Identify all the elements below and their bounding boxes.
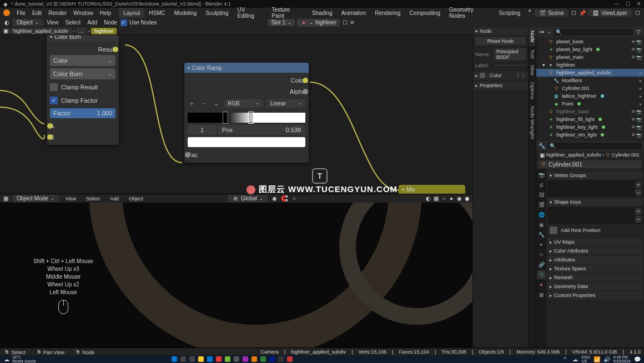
ramp-remove-stop[interactable]: － [200,99,208,107]
factor-slider[interactable]: Factor1.000 [50,108,115,118]
ptab-object[interactable]: ▣ [537,220,546,229]
sidetab-tool[interactable]: Tool [529,46,536,62]
sidetab-view[interactable]: View [529,62,536,79]
weather-icon[interactable]: ☁ [3,356,10,362]
ramp-stop-0[interactable] [223,112,228,124]
outliner-search[interactable]: 🔍 [554,29,633,36]
menu-help[interactable]: Help [97,10,115,16]
menu-file[interactable]: File [13,10,29,16]
node-name-input[interactable]: Principled BSDF [494,48,526,60]
shading-rendered-icon[interactable]: ◉ [464,195,470,202]
breadcrumb-material[interactable]: highliner [91,28,117,34]
shader-type-selector[interactable]: Object⌄ [12,19,43,26]
app-icon-6[interactable] [269,356,275,362]
outliner-row[interactable]: ☀highliner_key_light👁📷 [536,123,644,131]
language-indicator[interactable]: ENG US [582,355,590,363]
outliner-row[interactable]: ☀planet_key_light👁📷 [536,46,644,53]
panel-color-attrs[interactable]: ▸Color Attributes [547,247,643,255]
nodemenu-view[interactable]: View [43,19,62,26]
ptab-material[interactable]: ● [537,280,546,289]
magnet-icon[interactable]: 🧲 [281,195,288,202]
tab-modeling[interactable]: Modeling [170,8,202,18]
color-panel-label[interactable]: Color [490,73,502,78]
filter-icon[interactable]: ▽ [635,29,642,36]
pin-icon[interactable]: 📌 [579,9,586,16]
ptab-viewlayer[interactable]: 🖼 [537,190,546,199]
app-icon-2[interactable] [225,356,230,362]
ptab-modifiers[interactable]: 🔧 [537,230,546,239]
ptab-physics[interactable]: ⚛ [537,250,546,259]
outliner-row[interactable]: ▽planet_main👁📷 [536,53,644,61]
outliner-row[interactable]: ▽Cylinder.001▸ [536,84,644,92]
edge-icon[interactable] [207,356,213,362]
prop-crumb-2[interactable]: Cylinder.001 [612,152,640,158]
app-icon-3[interactable] [234,356,239,362]
blender-taskbar-icon[interactable] [251,356,257,362]
node-color-burn[interactable]: ▾Color Burn Result Color⌄ Color Burn⌄ Cl… [47,35,119,145]
remove-shape-key[interactable]: − [635,216,642,223]
minimize-button[interactable]: — [614,1,620,7]
color-ramp-gradient[interactable] [188,113,305,123]
panel-attributes[interactable]: ▸Attributes [547,256,643,264]
ramp-color-swatch[interactable] [188,137,305,147]
ramp-stop-1[interactable] [248,112,254,124]
sidetab-options[interactable]: Options [529,79,536,103]
ramp-index-field[interactable]: 1 [188,125,217,135]
tab-render[interactable]: Rendering [370,8,405,18]
shading-wire-icon[interactable]: ○ [440,195,447,202]
snap-icon[interactable]: ◉ [271,195,278,202]
scene-selector[interactable]: 🎬Scene [535,9,568,17]
viewlayer-selector[interactable]: 🖼ViewLayer [588,9,632,17]
outliner-row[interactable]: ☀highliner_rim_light👁📷 [536,131,644,139]
properties-search[interactable]: 🔍 [547,143,642,149]
add-shape-key[interactable]: + [635,208,642,215]
vpmenu-select[interactable]: Select [83,196,103,201]
panel-custom-props[interactable]: ▸Custom Properties [547,291,643,299]
tray-chevron-icon[interactable]: ^ [562,356,568,362]
taskview-button[interactable] [189,356,195,362]
outliner-tree[interactable]: ▽planet_base👁📷☀planet_key_light👁📷▽planet… [536,37,644,141]
windows-taskbar[interactable]: ☁ 18°CMostly cloudy ^ ☁ ENG US 📶 🔊 9:48 … [0,355,644,363]
breadcrumb-object[interactable]: highliner_applied_subdiv [10,28,72,34]
maximize-button[interactable]: ☐ [625,1,631,7]
nodemenu-node[interactable]: Node [100,19,120,26]
outliner-row[interactable]: ☀highliner_fill_light👁📷 [536,115,644,123]
nodemenu-select[interactable]: Select [62,19,84,26]
shading-solid-icon[interactable]: ● [448,195,455,202]
tab-layout[interactable]: Layout [119,8,144,18]
mix-mode-dropdown[interactable]: Color⌄ [50,55,115,66]
xray-icon[interactable]: ▦ [432,195,439,202]
ramp-tools-menu[interactable]: ⌄ [212,99,220,107]
panel-geo-data[interactable]: ▸Geometry Data [547,283,643,290]
outliner-row[interactable]: 🔧Modifiers▸ [536,77,644,84]
unlink-material-icon[interactable]: ✕ [349,19,355,26]
clamp-factor-checkbox[interactable]: ✓ [50,97,58,104]
tab-uv[interactable]: UV Editing [233,8,267,18]
outliner-row[interactable]: ▽planet_base👁📷 [536,38,644,46]
ramp-position-field[interactable]: Pos0.538 [218,125,305,135]
tab-texpaint[interactable]: Texture Paint [267,8,308,18]
ptab-constraints[interactable]: 🔗 [537,260,546,269]
tab-shading[interactable]: Shading [308,8,337,18]
prop-crumb-1[interactable]: highliner_applied_subdiv [546,152,601,158]
ptab-world[interactable]: 🌐 [537,210,546,219]
ptab-scene[interactable]: 🎬 [537,200,546,209]
outliner-row[interactable]: ▦lattice_highliner▸ [536,92,644,100]
app-icon-4[interactable] [243,356,248,362]
notifications-icon[interactable]: 💬 [634,356,641,362]
panel-vertex-groups[interactable]: ▾Vertex Groups [547,172,643,179]
add-rest-checkbox[interactable] [550,226,557,234]
add-vertex-group[interactable]: + [635,182,642,188]
app-icon-1[interactable] [216,356,222,362]
tab-sculpting[interactable]: Sculpting [201,8,233,18]
3d-viewport[interactable]: ▦ Object Mode⌄ View Select Add Object ⊕G… [0,194,472,347]
panel-remesh[interactable]: ▸Remesh [547,274,643,281]
mode-selector[interactable]: Object Mode⌄ [12,195,59,202]
ramp-interpolation[interactable]: Linear⌄ [267,99,305,108]
remove-vertex-group[interactable]: − [635,189,642,196]
tab-geo[interactable]: Geometry Nodes [445,8,494,18]
proportional-icon[interactable]: ○ [291,195,298,202]
panel-shape-keys[interactable]: ▾Shape Keys [547,198,643,206]
material-slot-selector[interactable]: Slot 1⌄ [268,19,295,26]
clamp-result-checkbox[interactable] [50,83,58,91]
